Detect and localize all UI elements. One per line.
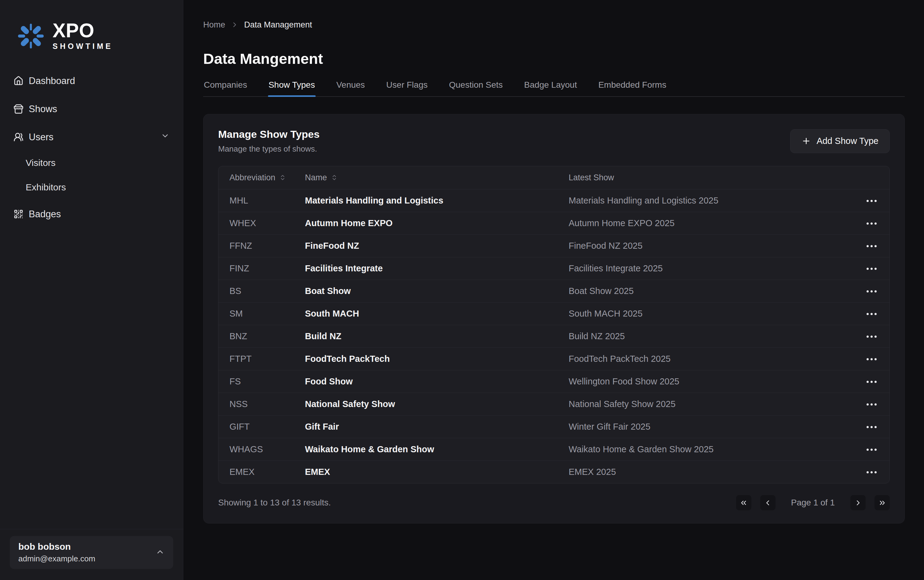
cell-actions [841, 415, 889, 438]
logo-subtitle: SHOWTIME [53, 42, 113, 51]
first-page-button[interactable] [736, 495, 751, 510]
next-page-button[interactable] [850, 495, 866, 510]
cell-actions [841, 212, 889, 234]
cell-latest-show: Wellington Food Show 2025 [569, 370, 841, 393]
tab-embedded-forms[interactable]: Embedded Forms [598, 79, 667, 96]
app-logo[interactable]: XPO SHOWTIME [0, 0, 183, 51]
ellipsis-icon [866, 358, 877, 360]
last-page-button[interactable] [875, 495, 890, 510]
sidebar-item-visitors[interactable]: Visitors [20, 153, 175, 172]
column-label: Abbreviation [229, 173, 275, 183]
sidebar-item-label: Badges [29, 209, 61, 220]
cell-abbreviation: MHL [219, 189, 305, 212]
previous-page-button[interactable] [760, 495, 776, 510]
table-row: FSFood ShowWellington Food Show 2025 [219, 370, 889, 393]
sidebar-item-dashboard[interactable]: Dashboard [8, 71, 175, 91]
cell-abbreviation: FFNZ [219, 234, 305, 257]
home-icon [13, 76, 23, 86]
row-actions-button[interactable] [861, 285, 881, 298]
cell-actions [841, 280, 889, 302]
ellipsis-icon [866, 268, 877, 270]
cell-abbreviation: EMEX [219, 461, 305, 483]
tab-user-flags[interactable]: User Flags [385, 79, 428, 96]
cell-name: Build NZ [305, 325, 569, 348]
sidebar-footer: bob bobson admin@example.com [0, 529, 183, 580]
chevrons-left-icon [740, 499, 748, 507]
row-actions-button[interactable] [861, 262, 881, 275]
cell-abbreviation: WHEX [219, 212, 305, 234]
ellipsis-icon [866, 448, 877, 451]
table-row: MHLMaterials Handling and LogisticsMater… [219, 189, 889, 212]
cell-actions [841, 234, 889, 257]
row-actions-button[interactable] [861, 217, 881, 230]
table-row: BSBoat ShowBoat Show 2025 [219, 280, 889, 302]
chevron-left-icon [764, 499, 772, 507]
tab-companies[interactable]: Companies [203, 79, 248, 96]
sidebar-item-shows[interactable]: Shows [8, 99, 175, 119]
row-actions-button[interactable] [861, 194, 881, 207]
cell-actions [841, 461, 889, 483]
cell-latest-show: Winter Gift Fair 2025 [569, 415, 841, 438]
ellipsis-icon [866, 426, 877, 428]
cell-latest-show: FineFood NZ 2025 [569, 234, 841, 257]
qr-code-icon [13, 209, 23, 219]
cell-latest-show: South MACH 2025 [569, 302, 841, 325]
cell-name: Boat Show [305, 280, 569, 302]
chevrons-right-icon [878, 499, 886, 507]
card-header-text: Manage Show Types Manage the types of sh… [218, 129, 320, 154]
cell-actions [841, 257, 889, 280]
tab-question-sets[interactable]: Question Sets [448, 79, 503, 96]
sidebar-item-users[interactable]: Users [8, 127, 175, 147]
row-actions-button[interactable] [861, 375, 881, 388]
user-name: bob bobson [18, 542, 96, 552]
card-subtitle: Manage the types of shows. [218, 144, 320, 154]
row-actions-button[interactable] [861, 307, 881, 320]
cell-abbreviation: BNZ [219, 325, 305, 348]
breadcrumb-home-link[interactable]: Home [203, 20, 225, 30]
table-header-row: AbbreviationNameLatest Show [219, 166, 889, 189]
column-header-abbreviation[interactable]: Abbreviation [219, 166, 305, 189]
sort-icon [331, 174, 338, 181]
add-show-type-label: Add Show Type [817, 136, 878, 146]
tab-badge-layout[interactable]: Badge Layout [524, 79, 578, 96]
tab-show-types[interactable]: Show Types [268, 79, 316, 96]
sidebar-item-badges[interactable]: Badges [8, 204, 175, 224]
row-actions-button[interactable] [861, 465, 881, 479]
row-actions-button[interactable] [861, 443, 881, 456]
store-icon [13, 104, 23, 114]
user-menu[interactable]: bob bobson admin@example.com [10, 536, 173, 569]
chevron-up-icon [155, 547, 165, 558]
table-row: GIFTGift FairWinter Gift Fair 2025 [219, 415, 889, 438]
results-summary: Showing 1 to 13 of 13 results. [218, 498, 331, 508]
cell-abbreviation: FS [219, 370, 305, 393]
cell-abbreviation: GIFT [219, 415, 305, 438]
cell-latest-show: Facilities Integrate 2025 [569, 257, 841, 280]
row-actions-button[interactable] [861, 397, 881, 411]
ellipsis-icon [866, 471, 877, 473]
cell-name: Autumn Home EXPO [305, 212, 569, 234]
sidebar: XPO SHOWTIME Dashboard S [0, 0, 183, 580]
chevron-right-icon [854, 499, 862, 507]
cell-abbreviation: NSS [219, 393, 305, 415]
ellipsis-icon [866, 200, 877, 202]
cell-abbreviation: FINZ [219, 257, 305, 280]
row-actions-button[interactable] [861, 353, 881, 366]
table-row: FINZFacilities IntegrateFacilities Integ… [219, 257, 889, 280]
tab-venues[interactable]: Venues [336, 79, 366, 96]
row-actions-button[interactable] [861, 330, 881, 343]
column-header-name[interactable]: Name [305, 166, 569, 189]
row-actions-button[interactable] [861, 239, 881, 252]
table-row: FTPTFoodTech PackTechFoodTech PackTech 2… [219, 348, 889, 370]
sidebar-item-exhibitors[interactable]: Exhibitors [20, 178, 175, 197]
cell-name: Facilities Integrate [305, 257, 569, 280]
table-row: SMSouth MACHSouth MACH 2025 [219, 302, 889, 325]
sidebar-item-label: Shows [29, 104, 57, 115]
cell-name: FoodTech PackTech [305, 348, 569, 370]
add-show-type-button[interactable]: Add Show Type [790, 129, 890, 153]
cell-latest-show: FoodTech PackTech 2025 [569, 348, 841, 370]
main-content: Home Data Management Data Mangement Comp… [184, 0, 924, 524]
cell-latest-show: National Safety Show 2025 [569, 393, 841, 415]
cell-name: FineFood NZ [305, 234, 569, 257]
cell-name: EMEX [305, 461, 569, 483]
row-actions-button[interactable] [861, 420, 881, 433]
